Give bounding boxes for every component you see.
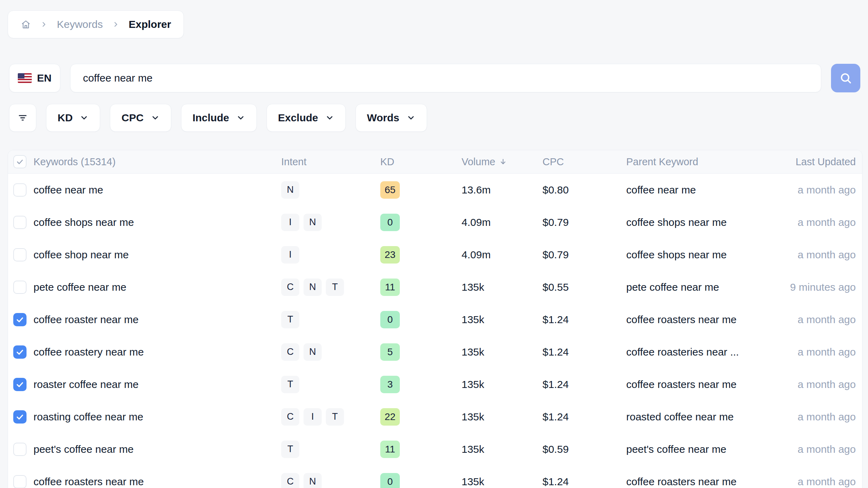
volume-cell: 135k — [462, 379, 542, 390]
column-header-cpc[interactable]: CPC — [542, 156, 626, 168]
kd-badge: 0 — [380, 473, 400, 488]
kd-badge: 3 — [380, 376, 400, 393]
filter-cpc-dropdown[interactable]: CPC — [110, 104, 171, 132]
intent-cell: IN — [281, 214, 380, 231]
breadcrumb-explorer: Explorer — [129, 18, 171, 30]
filter-words-dropdown[interactable]: Words — [356, 104, 427, 132]
row-checkbox[interactable] — [13, 475, 27, 488]
table-row: coffee near me N 65 13.6m $0.80 coffee n… — [8, 174, 862, 206]
home-icon[interactable] — [21, 19, 31, 30]
breadcrumb: Keywords Explorer — [8, 10, 860, 38]
table-row: pete coffee near me CNT 11 135k $0.55 pe… — [8, 271, 862, 303]
row-checkbox[interactable] — [13, 313, 27, 326]
cpc-cell: $0.79 — [542, 249, 626, 261]
cpc-cell: $0.80 — [542, 184, 626, 196]
column-header-updated[interactable]: Last Updated — [779, 156, 862, 168]
parent-keyword-cell: roasted coffee near me — [626, 411, 779, 423]
keyword-cell[interactable]: coffee shops near me — [33, 216, 281, 228]
cpc-cell: $0.59 — [542, 443, 626, 455]
chevron-down-icon — [151, 113, 160, 122]
intent-cell: CIT — [281, 408, 380, 426]
breadcrumb-keywords[interactable]: Keywords — [57, 18, 103, 30]
search-bar: EN — [9, 64, 860, 92]
column-header-keywords[interactable]: Keywords (15314) — [33, 156, 281, 168]
cpc-cell: $0.79 — [542, 216, 626, 228]
parent-keyword-cell: coffee roasters near me — [626, 314, 779, 326]
intent-badge: N — [304, 473, 322, 488]
row-checkbox[interactable] — [13, 345, 27, 359]
intent-badge: T — [281, 311, 299, 328]
keyword-cell[interactable]: coffee roaster near me — [33, 314, 281, 326]
intent-cell: CN — [281, 343, 380, 361]
filter-button[interactable] — [9, 104, 36, 132]
column-header-volume[interactable]: Volume — [462, 156, 542, 168]
intent-badge: T — [281, 441, 299, 458]
volume-cell: 135k — [462, 314, 542, 326]
keyword-cell[interactable]: roasting coffee near me — [33, 411, 281, 423]
row-checkbox[interactable] — [13, 183, 27, 197]
volume-cell: 135k — [462, 443, 542, 455]
keyword-cell[interactable]: roaster coffee near me — [33, 379, 281, 390]
table-row: roasting coffee near me CIT 22 135k $1.2… — [8, 401, 862, 433]
intent-cell: T — [281, 311, 380, 328]
cpc-cell: $1.24 — [542, 476, 626, 488]
search-input[interactable] — [70, 64, 821, 92]
keyword-cell[interactable]: peet's coffee near me — [33, 443, 281, 455]
intent-badge: I — [281, 214, 299, 231]
parent-keyword-cell: peet's coffee near me — [626, 443, 779, 455]
volume-cell: 4.09m — [462, 249, 542, 261]
intent-cell: T — [281, 441, 380, 458]
intent-badge: N — [304, 279, 322, 296]
last-updated-cell: a month ago — [779, 184, 862, 196]
row-checkbox[interactable] — [13, 248, 27, 261]
intent-badge: N — [281, 181, 299, 199]
column-header-kd[interactable]: KD — [380, 156, 462, 168]
filter-exclude-dropdown[interactable]: Exclude — [267, 104, 346, 132]
kd-badge: 23 — [380, 246, 400, 264]
table-row: coffee roaster near me T 0 135k $1.24 co… — [8, 303, 862, 336]
keyword-cell[interactable]: coffee roastery near me — [33, 346, 281, 358]
filter-kd-dropdown[interactable]: KD — [46, 104, 100, 132]
row-checkbox[interactable] — [13, 410, 27, 424]
row-checkbox[interactable] — [13, 216, 27, 229]
intent-cell: I — [281, 246, 380, 264]
keyword-cell[interactable]: coffee shop near me — [33, 249, 281, 261]
parent-keyword-cell: coffee roasters near me — [626, 476, 779, 488]
kd-badge: 65 — [380, 181, 400, 199]
cpc-cell: $1.24 — [542, 411, 626, 423]
intent-cell: N — [281, 181, 380, 199]
cpc-cell: $0.55 — [542, 281, 626, 293]
parent-keyword-cell: coffee shops near me — [626, 249, 779, 261]
keyword-cell[interactable]: coffee near me — [33, 184, 281, 196]
filter-include-dropdown[interactable]: Include — [181, 104, 257, 132]
chevron-right-icon — [40, 21, 48, 28]
intent-badge: N — [304, 214, 322, 231]
intent-badge: T — [281, 376, 299, 393]
select-all-checkbox[interactable] — [13, 155, 27, 168]
last-updated-cell: a month ago — [779, 411, 862, 423]
volume-cell: 135k — [462, 281, 542, 293]
row-checkbox[interactable] — [13, 281, 27, 294]
keyword-cell[interactable]: coffee roasters near me — [33, 476, 281, 488]
search-button[interactable] — [831, 64, 860, 92]
parent-keyword-cell: coffee near me — [626, 184, 779, 196]
intent-badge: C — [281, 343, 299, 361]
kd-badge: 22 — [380, 408, 400, 426]
keyword-cell[interactable]: pete coffee near me — [33, 281, 281, 293]
parent-keyword-cell: coffee roasteries near ... — [626, 346, 779, 358]
filter-toolbar: KD CPC Include Exclude Words — [9, 104, 860, 132]
search-icon — [839, 71, 852, 85]
volume-cell: 135k — [462, 476, 542, 488]
parent-keyword-cell: pete coffee near me — [626, 281, 779, 293]
column-header-intent[interactable]: Intent — [281, 156, 380, 168]
intent-cell: T — [281, 376, 380, 393]
language-selector[interactable]: EN — [9, 64, 60, 92]
row-checkbox[interactable] — [13, 378, 27, 391]
column-header-parent[interactable]: Parent Keyword — [626, 156, 779, 168]
row-checkbox[interactable] — [13, 443, 27, 456]
kd-badge: 11 — [380, 279, 400, 296]
chevron-down-icon — [406, 113, 416, 122]
intent-badge: C — [281, 473, 299, 488]
chevron-down-icon — [325, 113, 334, 122]
last-updated-cell: 9 minutes ago — [779, 281, 862, 293]
